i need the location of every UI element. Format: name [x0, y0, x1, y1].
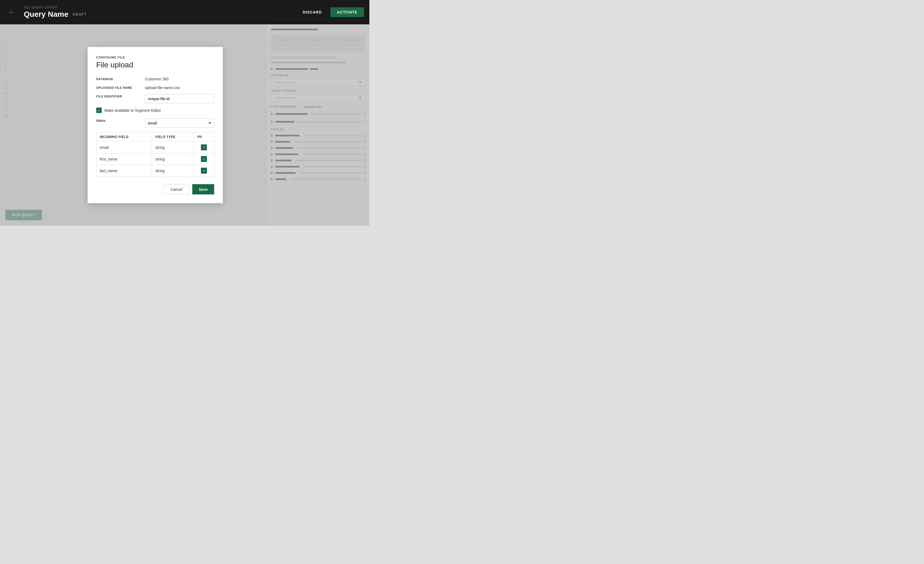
email-select-value: email	[148, 121, 157, 125]
header-title-row: Query Name DRAFT	[24, 10, 297, 19]
pii-cell-email: ✓	[194, 141, 214, 153]
field-name-email: email	[96, 141, 152, 153]
configure-file-modal: CONFIGURE FILE File upload DATABASE Cust…	[88, 47, 223, 203]
uploaded-file-field: UPLOADED FILE NAME upload-file-name.csv	[96, 86, 214, 90]
email-field-label: EMAIL	[96, 119, 145, 122]
make-available-row: ✓ Make available to Segment Editor	[96, 108, 214, 113]
header-content: SQL Query Editor Query Name DRAFT	[24, 6, 297, 19]
modal-title: File upload	[96, 61, 214, 69]
field-type-firstname: string	[152, 153, 194, 165]
modal-footer: Cancel Save	[96, 184, 214, 195]
database-field-value: Customer 360	[145, 77, 214, 81]
pii-checkbox-email[interactable]: ✓	[201, 144, 207, 150]
table-row: last_name string ✓	[96, 165, 214, 176]
pii-cell-lastname: ✓	[194, 165, 214, 176]
uploaded-file-label: UPLOADED FILE NAME	[96, 86, 145, 89]
fields-table: INCOMING FIELD FIELD TYPE PII email stri…	[96, 132, 214, 177]
file-identifier-label: FILE IDENTIFIER	[96, 94, 145, 98]
pii-checkbox-firstname[interactable]: ✓	[201, 156, 207, 162]
back-button[interactable]: ←	[5, 6, 18, 18]
activate-button[interactable]: ACTIVATE	[330, 7, 364, 17]
database-field: DATABASE Customer 360	[96, 77, 214, 81]
table-row: first_name string ✓	[96, 153, 214, 165]
page-title: Query Name	[24, 10, 68, 19]
field-type-lastname: string	[152, 165, 194, 176]
cancel-button[interactable]: Cancel	[164, 184, 189, 195]
pii-cell-firstname: ✓	[194, 153, 214, 165]
draft-badge: DRAFT	[73, 12, 87, 17]
col-incoming-field: INCOMING FIELD	[96, 132, 152, 141]
make-available-checkbox[interactable]: ✓	[96, 108, 102, 113]
pii-checkbox-lastname[interactable]: ✓	[201, 168, 207, 174]
make-available-label: Make available to Segment Editor	[104, 108, 161, 113]
save-button[interactable]: Save	[192, 184, 214, 195]
col-pii: PII	[194, 132, 214, 141]
header-actions: DISCARD ACTIVATE	[297, 7, 364, 17]
email-select[interactable]: email	[145, 119, 214, 128]
header: ← SQL Query Editor Query Name DRAFT DISC…	[0, 0, 369, 24]
main-area: 1 2 3 4 5 6 7 8 9 10 11 12 13 14 15 16 R…	[0, 24, 369, 226]
file-identifier-input[interactable]	[145, 94, 214, 104]
table-row: email string ✓	[96, 141, 214, 153]
uploaded-file-value: upload-file-name.csv	[145, 86, 214, 90]
file-identifier-field: FILE IDENTIFIER	[96, 94, 214, 104]
col-field-type: FIELD TYPE	[152, 132, 194, 141]
modal-configure-label: CONFIGURE FILE	[96, 56, 214, 59]
field-type-email: string	[152, 141, 194, 153]
discard-button[interactable]: DISCARD	[297, 7, 327, 17]
database-field-label: DATABASE	[96, 77, 145, 81]
email-select-chevron	[208, 122, 211, 124]
email-field-row: EMAIL email	[96, 119, 214, 128]
field-name-firstname: first_name	[96, 153, 152, 165]
header-subtitle: SQL Query Editor	[24, 6, 297, 9]
field-name-lastname: last_name	[96, 165, 152, 176]
